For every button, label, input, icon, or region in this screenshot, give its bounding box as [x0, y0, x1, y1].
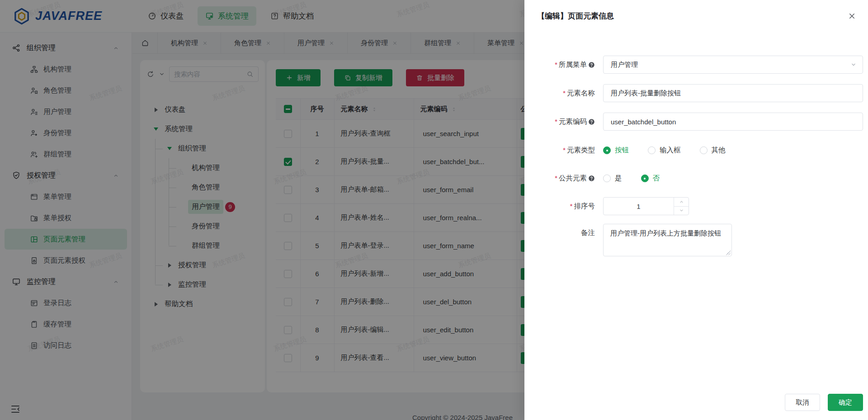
- radio-type-other[interactable]: 其他: [700, 146, 726, 155]
- sort-number-value[interactable]: 1: [604, 198, 674, 215]
- radio-public-no[interactable]: 否: [641, 174, 660, 183]
- menu-select-value: 用户管理: [611, 61, 638, 69]
- drawer-title: 【编辑】页面元素信息: [537, 12, 614, 20]
- remark-field-label: 备注: [524, 224, 595, 256]
- form-row-type: *元素类型 按钮 输入框 其他: [524, 146, 863, 155]
- form-row-name: *元素名称 用户列表-批量删除按钮: [524, 84, 863, 102]
- form-row-remark: 备注 用户管理-用户列表上方批量删除按钮: [524, 224, 863, 256]
- stepper-up-button[interactable]: [674, 198, 689, 207]
- drawer-footer: 取消 确定: [524, 385, 868, 420]
- edit-element-drawer: 【编辑】页面元素信息 *所属菜单 用户管理 *元素名称 用户列表-批量删除按钮 …: [524, 0, 868, 420]
- element-code-value: user_batchdel_button: [611, 118, 676, 126]
- element-name-value: 用户列表-批量删除按钮: [611, 89, 681, 98]
- sort-field-label: *排序号: [524, 197, 595, 215]
- drawer-header: 【编辑】页面元素信息: [524, 0, 868, 21]
- form-row-sort: *排序号 1: [524, 197, 863, 215]
- confirm-button[interactable]: 确定: [828, 394, 863, 411]
- menu-field-label: *所属菜单: [524, 56, 595, 74]
- radio-type-button[interactable]: 按钮: [603, 146, 629, 155]
- radio-dot: [603, 175, 611, 182]
- radio-dot: [700, 146, 708, 154]
- help-icon[interactable]: [588, 118, 595, 125]
- radio-dot: [648, 146, 656, 154]
- public-radio-group: 是 否: [603, 174, 863, 183]
- cancel-button[interactable]: 取消: [785, 394, 820, 411]
- element-name-input[interactable]: 用户列表-批量删除按钮: [603, 84, 863, 102]
- close-icon: [848, 12, 856, 20]
- sort-number-input[interactable]: 1: [603, 197, 689, 215]
- chevron-up-icon: [679, 199, 684, 204]
- drawer-close-button[interactable]: [848, 12, 856, 20]
- form-row-public: *公共元素 是 否: [524, 174, 863, 183]
- stepper-down-button[interactable]: [674, 207, 689, 215]
- menu-select[interactable]: 用户管理: [603, 56, 863, 74]
- radio-dot: [641, 175, 649, 182]
- radio-type-input[interactable]: 输入框: [648, 146, 681, 155]
- chevron-down-icon: [679, 208, 684, 213]
- help-icon[interactable]: [588, 61, 595, 68]
- chevron-down-icon: [850, 61, 857, 68]
- name-field-label: *元素名称: [524, 84, 595, 102]
- help-icon[interactable]: [588, 175, 595, 182]
- remark-textarea[interactable]: 用户管理-用户列表上方批量删除按钮: [603, 224, 732, 256]
- number-steppers: [674, 198, 689, 215]
- element-code-input[interactable]: user_batchdel_button: [603, 113, 863, 131]
- form-row-menu: *所属菜单 用户管理: [524, 56, 863, 74]
- code-field-label: *元素编码: [524, 113, 595, 131]
- type-radio-group: 按钮 输入框 其他: [603, 146, 863, 155]
- drawer-form: *所属菜单 用户管理 *元素名称 用户列表-批量删除按钮 *元素编码 user_…: [524, 21, 868, 256]
- radio-public-yes[interactable]: 是: [603, 174, 622, 183]
- radio-dot: [603, 146, 611, 154]
- type-field-label: *元素类型: [524, 146, 595, 155]
- form-row-code: *元素编码 user_batchdel_button: [524, 113, 863, 131]
- public-field-label: *公共元素: [524, 174, 595, 183]
